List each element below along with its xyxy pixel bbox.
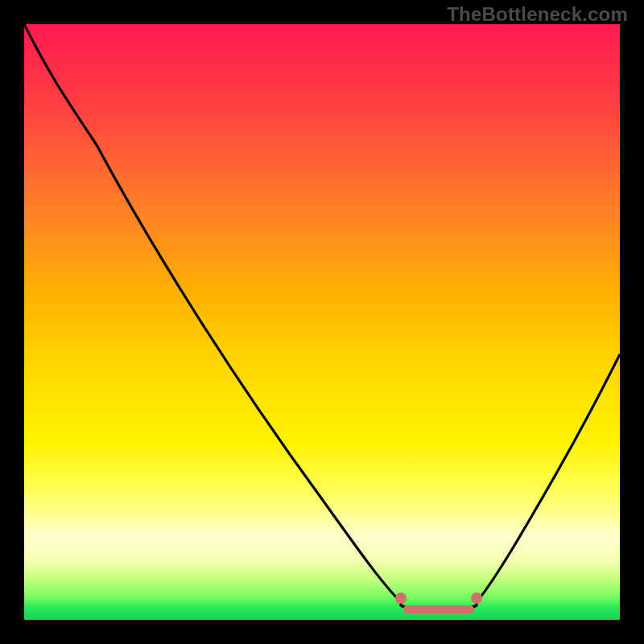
watermark-text: TheBottleneck.com bbox=[447, 3, 628, 26]
plot-area bbox=[24, 24, 620, 620]
bottleneck-curve-path bbox=[24, 24, 620, 610]
flat-end-node bbox=[471, 592, 482, 604]
curve-layer bbox=[24, 24, 620, 620]
chart-frame: TheBottleneck.com bbox=[0, 0, 644, 644]
flat-start-node bbox=[395, 592, 407, 604]
